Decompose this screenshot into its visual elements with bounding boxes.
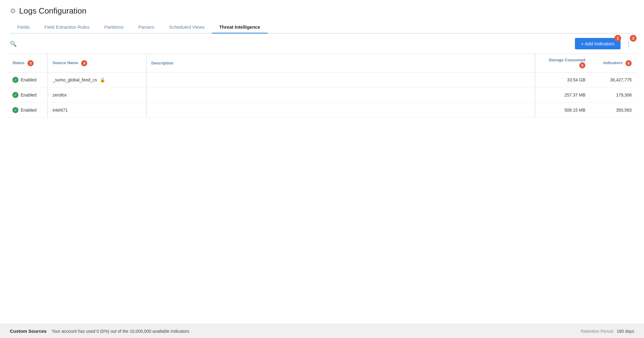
check-icon: ✓	[12, 107, 19, 113]
col-badge-4: 4	[81, 60, 87, 66]
cell-source-name: zerofox	[47, 88, 146, 103]
gear-icon: ⚙	[10, 7, 16, 15]
col-badge-3: 3	[27, 60, 34, 66]
tab-fields[interactable]: Fields	[10, 21, 37, 34]
cell-description	[146, 72, 535, 88]
tab-field-extraction-rules[interactable]: Field Extraction Rules	[37, 21, 97, 34]
retention-info: Retention Period: 180 days	[581, 329, 634, 334]
badge-1: 1	[614, 35, 621, 42]
source-name-text: intel471	[53, 108, 68, 113]
check-icon: ✓	[12, 77, 19, 83]
cell-indicators: 350,583	[590, 103, 637, 118]
cell-indicators: 179,308	[590, 88, 637, 103]
cell-source-name: _sumo_global_feed_cs🔒	[47, 72, 146, 88]
cell-indicators: 36,427,775	[590, 72, 637, 88]
tab-scheduled-views[interactable]: Scheduled Views	[162, 21, 212, 34]
tab-parsers[interactable]: Parsers	[131, 21, 162, 34]
footer-bar: Custom Sources Your account has used 0 (…	[0, 324, 644, 338]
table-row: ✓Enabled_sumo_global_feed_cs🔒33.54 GB36,…	[7, 72, 637, 88]
col-header-status: Status 3	[7, 54, 47, 72]
table-row: ✓Enabledintel471508.15 MB350,583	[7, 103, 637, 118]
usage-text: Your account has used 0 (0%) out of the …	[52, 329, 189, 334]
toolbar-right: 1 + Add Indicators 2 ⋮	[575, 38, 634, 49]
col-badge-6: 6	[625, 60, 632, 66]
tabs-nav: Fields Field Extraction Rules Partitions…	[10, 21, 634, 34]
table-row: ✓Enabledzerofox257.37 MB179,308	[7, 88, 637, 103]
col-header-storage-consumed: Storage Consumed 5	[535, 54, 590, 72]
page-title: Logs Configuration	[19, 6, 86, 16]
add-indicators-button[interactable]: + Add Indicators	[575, 38, 621, 49]
status-text: Enabled	[21, 108, 36, 113]
cell-storage-consumed: 508.15 MB	[535, 103, 590, 118]
cell-description	[146, 88, 535, 103]
tab-threat-intelligence[interactable]: Threat Intelligence	[212, 21, 268, 34]
check-icon: ✓	[12, 92, 19, 98]
col-header-description: Description	[146, 54, 535, 72]
source-name-text: _sumo_global_feed_cs	[53, 77, 97, 82]
search-icon[interactable]: 🔍	[10, 40, 17, 47]
cell-status: ✓Enabled	[7, 103, 47, 118]
cell-source-name: intel471	[47, 103, 146, 118]
cell-description	[146, 103, 535, 118]
indicators-table: Status 3 Source Name 4 Description Stora…	[7, 54, 637, 118]
custom-sources-label: Custom Sources	[10, 328, 47, 334]
col-header-source-name: Source Name 4	[47, 54, 146, 72]
tab-partitions[interactable]: Partitions	[97, 21, 131, 34]
lock-icon: 🔒	[100, 77, 105, 83]
status-text: Enabled	[21, 77, 36, 82]
retention-label: Retention Period:	[581, 329, 614, 334]
status-text: Enabled	[21, 93, 36, 97]
cell-status: ✓Enabled	[7, 88, 47, 103]
cell-storage-consumed: 33.54 GB	[535, 72, 590, 88]
col-header-indicators: Indicators 6	[590, 54, 637, 72]
badge-2: 2	[630, 35, 637, 42]
cell-storage-consumed: 257.37 MB	[535, 88, 590, 103]
cell-status: ✓Enabled	[7, 72, 47, 88]
col-badge-5: 5	[579, 62, 585, 68]
retention-value: 180 days	[617, 329, 634, 334]
source-name-text: zerofox	[53, 93, 67, 97]
